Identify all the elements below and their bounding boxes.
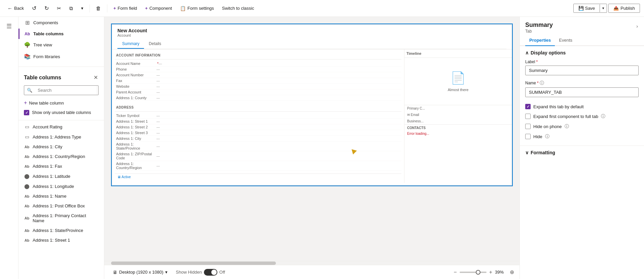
right-panel-subtitle: Tab: [525, 29, 553, 34]
column-icon-10: Ab: [24, 229, 30, 233]
hide-phone-label: Hide on phone: [533, 124, 562, 129]
expand-full-checkbox[interactable]: [525, 114, 531, 119]
new-table-column-button[interactable]: + New table column: [19, 98, 104, 108]
form-settings-label: Form settings: [187, 6, 214, 11]
field-value: —: [156, 164, 400, 168]
nav-item-tree-view[interactable]: 🌳 Tree view: [19, 39, 104, 51]
fit-to-window-button[interactable]: ⊕: [510, 269, 514, 275]
list-item[interactable]: ⬤ Address 1: Latitude: [19, 171, 104, 181]
form-libraries-icon: 📚: [24, 53, 31, 60]
filter-button[interactable]: ▽: [97, 86, 99, 95]
main-toolbar: ← Back ↺ ↻ ✂ ⧉ ▾ 🗑 + Form field + Compon…: [0, 0, 644, 17]
hamburger-button[interactable]: ☰: [2, 19, 16, 33]
expand-full-row[interactable]: Expand first component to full tab ⓘ: [525, 111, 639, 121]
redo-icon: ↻: [44, 5, 49, 11]
field-row: Address 1: County —: [115, 95, 401, 101]
cut-button[interactable]: ✂: [53, 4, 65, 13]
list-item[interactable]: Ab Address 1: Name: [19, 191, 104, 201]
expand-tab-checkbox[interactable]: [525, 104, 531, 109]
label-input[interactable]: [525, 66, 639, 75]
nav-item-table-columns[interactable]: Ab Table columns: [19, 29, 104, 39]
dropdown-button[interactable]: ▾: [78, 4, 87, 12]
hide-phone-info-icon[interactable]: ⓘ: [565, 123, 569, 129]
show-hidden-toggle[interactable]: [204, 269, 217, 276]
columns-panel: ⊞ Components Ab Table columns 🌳 Tree vie…: [19, 17, 104, 279]
nav-items: ⊞ Components Ab Table columns 🌳 Tree vie…: [19, 17, 104, 65]
field-row: Parent Account —: [115, 89, 401, 95]
back-label: Back: [14, 6, 24, 11]
field-value: —: [156, 131, 400, 135]
show-unused-checkbox[interactable]: [24, 110, 29, 115]
account-info-section: ACCOUNT INFORMATION Account Name * — Pho…: [115, 52, 401, 101]
list-item[interactable]: Ab Address 1: City: [19, 142, 104, 152]
list-item[interactable]: Ab Address 1: Primary Contact Name: [19, 211, 104, 226]
undo-button[interactable]: ↺: [29, 3, 40, 13]
list-item[interactable]: Ab Address 1: Fax ···: [19, 161, 104, 171]
form-body: ACCOUNT INFORMATION Account Name * — Pho…: [112, 49, 512, 183]
tab-properties[interactable]: Properties: [525, 35, 555, 46]
horizontal-scrollbar[interactable]: [104, 261, 520, 265]
separator-1: [90, 4, 90, 12]
field-label: Address 1: Street 3: [116, 131, 156, 135]
column-name-0: Account Rating: [33, 124, 99, 129]
close-panel-button[interactable]: ✕: [93, 74, 99, 81]
search-input[interactable]: [35, 86, 97, 95]
label-field-label: Label *: [525, 59, 639, 64]
expand-panel-button[interactable]: ›: [636, 23, 639, 30]
save-dropdown-button[interactable]: ▾: [600, 4, 607, 12]
delete-button[interactable]: 🗑: [93, 4, 104, 13]
name-input[interactable]: [525, 87, 639, 97]
desktop-selector[interactable]: 🖥 Desktop (1920 x 1080) ▾: [110, 268, 171, 277]
show-unused-row[interactable]: Show only unused table columns: [19, 108, 104, 119]
display-options-title-row[interactable]: ∧ Display options: [525, 50, 639, 55]
hide-row[interactable]: Hide ⓘ: [525, 131, 639, 142]
zoom-slider[interactable]: [460, 272, 487, 273]
expand-tab-row[interactable]: Expand this tab by default: [525, 102, 639, 111]
expand-full-label: Expand first component to full tab: [533, 114, 598, 119]
tab-events[interactable]: Events: [555, 35, 576, 46]
form-settings-button[interactable]: 📋 Form settings: [177, 4, 217, 13]
field-row: Account Number —: [115, 72, 401, 78]
tab-details[interactable]: Details: [144, 39, 166, 49]
hide-phone-row[interactable]: Hide on phone ⓘ: [525, 121, 639, 131]
zoom-out-button[interactable]: −: [453, 269, 457, 276]
almost-there-text: Almost there: [448, 88, 469, 92]
nav-item-form-libraries[interactable]: 📚 Form libraries: [19, 51, 104, 63]
back-icon: ←: [7, 5, 12, 11]
scroll-thumb[interactable]: [111, 262, 276, 265]
zoom-in-button[interactable]: +: [489, 269, 493, 276]
list-item[interactable]: Ab Address 1: Country/Region: [19, 152, 104, 161]
formatting-title-row[interactable]: ∨ Formatting: [525, 150, 639, 155]
list-item[interactable]: ⬤ Address 1: Longitude: [19, 181, 104, 191]
almost-there-box: 📄 Almost there: [404, 58, 512, 105]
column-icon-0: ▭: [24, 124, 30, 129]
list-item[interactable]: ▭ Address 1: Address Type: [19, 132, 104, 142]
publish-button[interactable]: 📤 Publish: [608, 4, 640, 13]
expand-full-info-icon[interactable]: ⓘ: [601, 113, 605, 119]
hide-phone-checkbox[interactable]: [525, 124, 531, 129]
save-main-button[interactable]: 💾 Save: [574, 4, 600, 12]
form-title: New Account: [117, 28, 506, 33]
add-form-field-button[interactable]: + Form field: [110, 4, 140, 12]
hide-info-icon[interactable]: ⓘ: [545, 133, 549, 140]
tab-summary[interactable]: Summary: [117, 39, 144, 49]
column-name-9: Address 1: Primary Contact Name: [33, 213, 99, 223]
field-label: Account Name: [116, 62, 156, 66]
add-component-button[interactable]: + Component: [142, 4, 175, 12]
list-item[interactable]: ▭ Account Rating: [19, 122, 104, 132]
redo-button[interactable]: ↻: [41, 3, 52, 13]
column-name-7: Address 1: Name: [33, 194, 99, 199]
field-label: Address 1: County: [116, 96, 156, 100]
list-item[interactable]: Ab Address 1: Street 1: [19, 235, 104, 245]
back-button[interactable]: ← Back: [4, 4, 27, 13]
list-item[interactable]: Ab Address 1: Post Office Box: [19, 201, 104, 211]
publish-icon: 📤: [613, 6, 619, 11]
list-item[interactable]: Ab Address 1: State/Province: [19, 226, 104, 235]
field-value: —: [156, 145, 400, 148]
name-info-icon[interactable]: ⓘ: [540, 80, 544, 86]
copy-button[interactable]: ⧉: [66, 4, 76, 13]
search-bar: 🔍 ▽ ▾: [24, 85, 99, 95]
nav-item-components[interactable]: ⊞ Components: [19, 17, 104, 29]
hide-checkbox[interactable]: [525, 134, 531, 139]
switch-classic-button[interactable]: Switch to classic: [219, 4, 257, 12]
